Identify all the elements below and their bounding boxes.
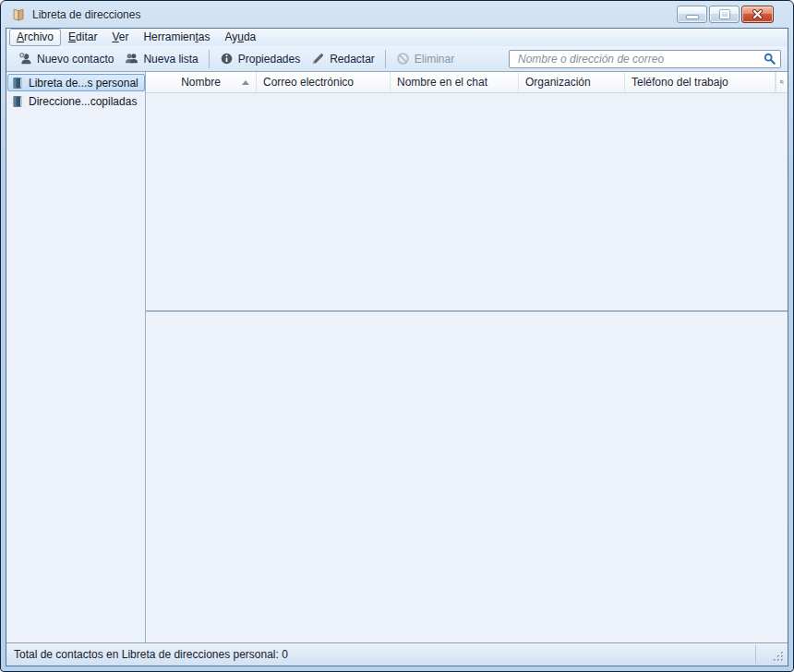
sidebar-item-collected-addresses[interactable]: Direccione...copiladas	[7, 92, 145, 110]
address-book-window: Libreta de direcciones Archivo Editar Ve…	[0, 0, 794, 672]
delete-icon	[396, 52, 410, 66]
window-content: Archivo Editar Ver Herramientas Ayuda Nu…	[6, 28, 788, 666]
new-contact-label: Nuevo contacto	[37, 53, 114, 66]
address-book-sidebar: Libreta de...s personal Direccione...cop…	[6, 72, 146, 642]
statusbar-separator	[755, 645, 756, 664]
contact-pane: Nombre Correo electrónico Nombre en el c…	[146, 72, 788, 642]
properties-info-icon	[220, 52, 234, 66]
new-list-icon	[125, 52, 138, 66]
search-input[interactable]	[516, 52, 764, 66]
main-area: Libreta de...s personal Direccione...cop…	[6, 72, 788, 642]
minimize-icon	[687, 16, 698, 18]
table-header: Nombre Correo electrónico Nombre en el c…	[146, 72, 788, 93]
status-text: Total de contactos en Libreta de direcci…	[14, 648, 288, 661]
new-list-label: Nueva lista	[143, 53, 198, 66]
column-header-chat[interactable]: Nombre en el chat	[391, 72, 519, 92]
properties-button[interactable]: Propiedades	[214, 49, 306, 68]
column-header-correo[interactable]: Correo electrónico	[257, 72, 391, 92]
restore-icon	[720, 10, 729, 18]
search-box	[509, 50, 781, 68]
contact-list[interactable]	[146, 93, 788, 312]
toolbar: Nuevo contacto Nueva lista Propiedad	[6, 46, 788, 72]
resize-grip[interactable]	[773, 651, 785, 663]
column-header-organizacion[interactable]: Organización	[519, 72, 625, 92]
address-book-small-icon	[11, 77, 24, 90]
sidebar-item-personal-address-book[interactable]: Libreta de...s personal	[7, 74, 145, 91]
delete-label: Eliminar	[415, 53, 454, 66]
sort-ascending-icon	[242, 80, 249, 85]
toolbar-separator	[209, 50, 210, 68]
menu-ver[interactable]: Ver	[104, 29, 136, 46]
new-contact-button[interactable]: Nuevo contacto	[13, 49, 119, 68]
column-header-nombre[interactable]: Nombre	[146, 72, 257, 92]
search-icon[interactable]	[764, 53, 776, 65]
restore-button[interactable]	[709, 6, 740, 23]
contact-preview-pane	[146, 312, 788, 642]
close-icon	[752, 9, 763, 19]
close-button[interactable]	[741, 6, 774, 23]
menu-herramientas[interactable]: Herramientas	[136, 29, 217, 46]
menu-archivo[interactable]: Archivo	[9, 29, 61, 46]
address-book-small-icon	[11, 95, 24, 108]
compose-label: Redactar	[330, 53, 375, 66]
statusbar: Total de contactos en Libreta de direcci…	[6, 642, 788, 666]
compose-pencil-icon	[311, 52, 325, 66]
menu-ayuda[interactable]: Ayuda	[217, 29, 263, 46]
menubar: Archivo Editar Ver Herramientas Ayuda	[6, 29, 788, 46]
new-contact-icon	[18, 52, 32, 66]
compose-button[interactable]: Redactar	[306, 49, 380, 68]
sidebar-item-label: Direccione...copiladas	[29, 95, 137, 108]
toolbar-separator	[385, 50, 386, 68]
sidebar-item-label: Libreta de...s personal	[29, 77, 138, 90]
properties-label: Propiedades	[238, 53, 300, 66]
window-controls	[677, 6, 785, 23]
window-title: Libreta de direcciones	[32, 8, 140, 21]
column-picker[interactable]	[776, 72, 788, 92]
address-book-icon	[11, 7, 26, 22]
new-list-button[interactable]: Nueva lista	[119, 49, 203, 68]
column-header-telefono[interactable]: Teléfono del trabajo	[625, 72, 776, 92]
column-picker-icon	[780, 76, 784, 89]
menu-editar[interactable]: Editar	[61, 29, 104, 46]
titlebar[interactable]: Libreta de direcciones	[6, 1, 788, 28]
minimize-button[interactable]	[677, 6, 707, 23]
delete-button[interactable]: Eliminar	[391, 49, 460, 68]
